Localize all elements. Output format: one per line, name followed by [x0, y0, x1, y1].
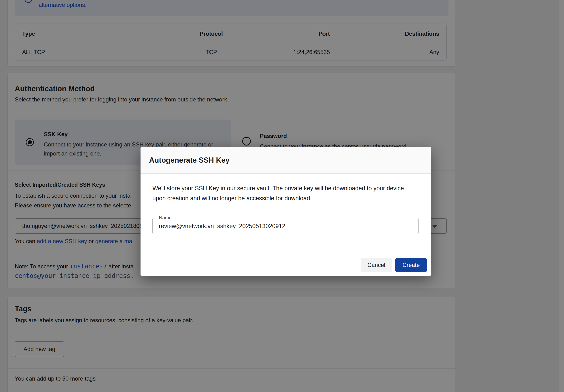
modal-header: Autogenerate SSH Key	[141, 147, 431, 174]
instance-create-page: alternative options. Type Protocol Port …	[0, 0, 564, 392]
cancel-button[interactable]: Cancel	[361, 258, 392, 272]
modal-title: Autogenerate SSH Key	[149, 147, 230, 174]
modal-body-text: We'll store your SSH Key in our secure v…	[153, 183, 416, 203]
create-button[interactable]: Create	[395, 258, 427, 272]
autogenerate-ssh-key-modal: Autogenerate SSH Key We'll store your SS…	[141, 147, 431, 276]
name-input[interactable]	[159, 219, 411, 233]
modal-footer: Cancel Create	[141, 254, 431, 276]
name-field: Name	[153, 218, 419, 234]
